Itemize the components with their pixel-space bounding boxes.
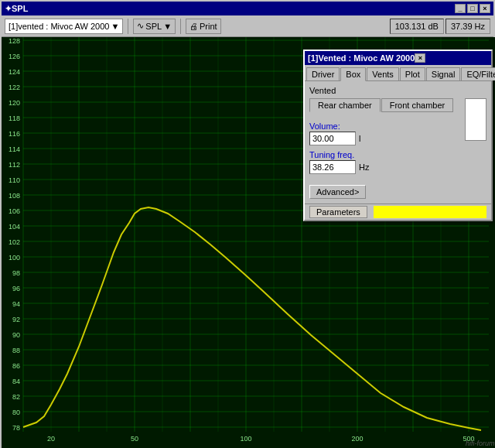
front-chamber-tab[interactable]: Front chamber [381, 98, 454, 112]
title-bar: ✦ SPL _ □ × [2, 2, 493, 15]
dialog-title-bar: [1]Vented : Mivoc AW 2000 × [305, 51, 491, 65]
svg-text:112: 112 [9, 161, 20, 169]
svg-text:84: 84 [12, 378, 20, 385]
track-dropdown-arrow[interactable]: ▼ [111, 22, 119, 31]
dialog-tab-bar: Driver Box Vents Plot Signal EQ/Filter [305, 65, 491, 81]
tab-plot[interactable]: Plot [400, 67, 425, 80]
vented-label: Vented [309, 86, 486, 95]
chamber-tab-group: Rear chamber Front chamber [309, 98, 453, 112]
svg-text:88: 88 [12, 347, 20, 354]
spl-button[interactable]: ∿ SPL ▼ [133, 19, 176, 34]
svg-text:104: 104 [9, 223, 20, 231]
svg-text:hifi-forum.de: hifi-forum.de [466, 439, 495, 447]
svg-text:108: 108 [9, 192, 20, 200]
tuning-input[interactable] [309, 160, 356, 174]
tab-signal[interactable]: Signal [426, 67, 461, 80]
footer-status-bar [374, 206, 486, 218]
dialog-title-text: [1]Vented : Mivoc AW 2000 [308, 53, 415, 63]
spl-dropdown-arrow[interactable]: ▼ [163, 22, 172, 31]
svg-text:128: 128 [9, 37, 20, 45]
svg-text:126: 126 [9, 53, 20, 60]
track-label: [1]vented : Mivoc AW 2000 [9, 22, 109, 31]
svg-text:122: 122 [9, 84, 20, 91]
svg-text:82: 82 [12, 393, 20, 401]
svg-text:200: 200 [351, 435, 363, 443]
toolbar-sep-1 [128, 19, 128, 34]
svg-text:50: 50 [131, 435, 138, 443]
svg-text:100: 100 [9, 254, 20, 262]
toolbar: [1]vented : Mivoc AW 2000 ▼ ∿ SPL ▼ 🖨 Pr… [2, 15, 493, 37]
svg-text:100: 100 [240, 435, 251, 443]
dialog-footer: Parameters [305, 203, 491, 220]
track-selector[interactable]: [1]vented : Mivoc AW 2000 ▼ [5, 19, 123, 34]
rear-chamber-tab[interactable]: Rear chamber [309, 98, 381, 112]
parameters-tab[interactable]: Parameters [309, 206, 367, 218]
tuning-label: Tuning freq. [309, 150, 486, 159]
svg-text:120: 120 [9, 99, 20, 107]
print-label: Print [200, 22, 217, 31]
svg-text:80: 80 [12, 409, 20, 416]
svg-text:92: 92 [12, 316, 20, 323]
tab-driver[interactable]: Driver [306, 67, 340, 80]
tab-vents[interactable]: Vents [367, 67, 399, 80]
volume-unit: l [359, 134, 360, 143]
svg-text:118: 118 [9, 115, 20, 122]
svg-text:98: 98 [12, 269, 20, 277]
tuning-field-group: Tuning freq. Hz [309, 150, 486, 174]
print-button[interactable]: 🖨 Print [186, 19, 221, 34]
hz-status: 37.39 Hz [446, 19, 490, 34]
volume-input[interactable] [309, 132, 356, 145]
spl-icon: ∿ [137, 21, 144, 31]
svg-text:86: 86 [12, 362, 20, 370]
dialog-content: Vented Rear chamber Front chamber Volume… [305, 81, 491, 203]
svg-text:116: 116 [9, 130, 20, 138]
advanced-button[interactable]: Advanced> [309, 185, 366, 199]
main-title: SPL [12, 4, 455, 13]
svg-text:20: 20 [47, 435, 55, 443]
svg-text:114: 114 [9, 145, 20, 153]
maximize-button[interactable]: □ [467, 4, 478, 13]
tab-box[interactable]: Box [340, 67, 366, 81]
main-window: ✦ SPL _ □ × [1]vented : Mivoc AW 2000 ▼ … [0, 0, 495, 448]
svg-text:90: 90 [12, 331, 20, 339]
svg-text:106: 106 [9, 207, 20, 215]
tab-eqfilter[interactable]: EQ/Filter [461, 67, 495, 80]
minimize-button[interactable]: _ [455, 4, 466, 13]
svg-text:96: 96 [12, 285, 20, 292]
toolbar-sep-2 [180, 19, 181, 34]
main-title-icon: ✦ [5, 4, 12, 14]
dialog-window: [1]Vented : Mivoc AW 2000 × Driver Box V… [303, 50, 493, 221]
svg-text:94: 94 [12, 300, 20, 308]
svg-text:110: 110 [9, 176, 20, 184]
volume-label: Volume: [309, 121, 486, 131]
volume-field-group: Volume: l [309, 121, 486, 145]
db-status: 103.131 dB [390, 19, 444, 34]
dialog-close-btn[interactable]: × [415, 53, 425, 63]
svg-text:78: 78 [12, 424, 20, 432]
spl-label: SPL [145, 22, 162, 31]
svg-text:102: 102 [9, 238, 20, 246]
svg-text:124: 124 [9, 68, 20, 76]
print-icon: 🖨 [189, 22, 198, 31]
tuning-unit: Hz [359, 162, 369, 172]
close-button[interactable]: × [480, 4, 490, 13]
